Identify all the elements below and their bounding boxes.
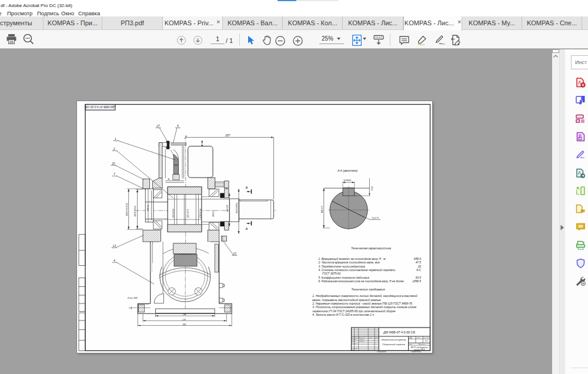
svg-text:Червячный редуктор: Червячный редуктор [381,338,406,341]
svg-text:21: 21 [232,252,236,255]
svg-text:Техническая характеристика: Техническая характеристика [351,247,391,250]
svg-text:1. Вращающий момент на тихоход: 1. Вращающий момент на тихоходном валу, … [318,257,386,261]
svg-text:140: 140 [183,313,186,316]
svg-text:Ø80 H7: Ø80 H7 [226,205,228,212]
svg-text:1. Необработанные поверхности: 1. Необработанные поверхности литых дета… [312,294,417,298]
svg-text:8-С: 8-С [416,269,421,272]
svg-text:178: 178 [182,319,186,321]
svg-text:Сборочный чертёж: Сборочный чертёж [382,343,406,346]
svg-text:Утв.: Утв. [352,349,355,351]
svg-text:Листов 1: Листов 1 [420,343,426,345]
svg-text:А: А [245,227,248,231]
svg-text:5: 5 [177,124,179,128]
svg-text:4: 4 [113,259,115,262]
svg-text:2. Наружные поверхности корпус: 2. Наружные поверхности корпуса - серой … [312,302,412,305]
svg-text:2: 2 [113,147,115,151]
svg-text:Технические требования: Технические требования [351,288,385,291]
svg-text:Петров: Петров [359,340,364,342]
svg-text:4 отв. М20: 4 отв. М20 [128,297,138,299]
svg-text:5. Коэффициент полезного дейст: 5. Коэффициент полезного действия [318,276,369,279]
svg-text:Ø85 h6: Ø85 h6 [147,205,149,211]
svg-text:Дата: Дата [375,337,378,339]
svg-text:207: 207 [225,133,230,137]
svg-text:Лит.: Лит. [409,337,412,339]
svg-text:1:2: 1:2 [425,340,427,342]
svg-text:1: 1 [115,137,116,141]
svg-text:Т.контр.: Т.контр. [352,343,357,345]
svg-text:13: 13 [112,244,116,248]
svg-text:10: 10 [129,307,131,309]
svg-text:20: 20 [417,265,421,268]
svg-text:Ø75 H7/f7: Ø75 H7/f7 [186,209,189,218]
svg-text:Масса: Масса [416,337,421,339]
svg-text:R=2.78: R=2.78 [372,217,378,219]
svg-text:А-А (увеличено): А-А (увеличено) [337,169,358,172]
svg-text:Б: Б [168,178,169,181]
svg-text:Ø80 H7: Ø80 H7 [212,211,215,218]
svg-text:6. Радиальная консольная сила: 6. Радиальная консольная сила на тихоход… [318,280,404,283]
svg-text:герметика УТ-34 ГОСТ 24285-80: герметика УТ-34 ГОСТ 24285-80 при оконча… [312,309,395,313]
svg-text:10: 10 [112,162,115,165]
svg-text:А: А [245,186,248,189]
svg-text:7: 7 [113,172,115,176]
svg-text:4. Залить масло И-Т-С-320 в ко: 4. Залить масло И-Т-С-320 в количестве 2… [312,313,374,316]
svg-text:205: 205 [182,323,186,326]
svg-text:ванне, покрывать маслостойкой: ванне, покрывать маслостойкой красной эм… [312,298,381,302]
svg-text:2. Частота вращения тихоходног: 2. Частота вращения тихоходного вала, ми… [318,261,380,264]
svg-text:3. Плоскость соприкосновения у: 3. Плоскость соприкосновения указанных д… [312,305,416,309]
svg-text:1896.5: 1896.5 [412,280,421,283]
svg-text:Подп.: Подп. [369,337,373,339]
svg-text:ГОСТ 3675-81: ГОСТ 3675-81 [322,273,341,276]
svg-text:ДМ М6Б-07.4.0.00 СБ: ДМ М6Б-07.4.0.00 СБ [383,330,415,334]
svg-text:9 h11: 9 h11 [370,186,373,191]
svg-text:Ø100 H7/h6: Ø100 H7/h6 [236,203,238,214]
svg-text:14 H9/h9: 14 H9/h9 [343,179,351,182]
svg-text:Ø45 H7: Ø45 H7 [320,206,323,214]
svg-text:Масштаб: Масштаб [423,337,430,339]
svg-text:Ø180 H12/h12: Ø180 H12/h12 [125,203,128,216]
svg-text:Ø70 H7/k6: Ø70 H7/k6 [172,209,174,218]
svg-text:ДМ М6Б-07.4.0.00 СБ: ДМ М6Б-07.4.0.00 СБ [85,105,115,109]
svg-text:Формат А1: Формат А1 [411,350,422,353]
svg-text:Ø 90 H7/p6: Ø 90 H7/p6 [199,208,202,218]
svg-text:656.9: 656.9 [413,258,420,261]
svg-text:3. Передаточное число редуктор: 3. Передаточное число редуктора [318,265,365,268]
svg-text:Копировал: Копировал [377,350,386,353]
svg-text:Ø165 H7/p6: Ø165 H7/p6 [134,206,136,217]
svg-text:17: 17 [156,124,160,128]
svg-text:83.9: 83.9 [415,276,421,279]
svg-text:Лист: Лист [409,343,413,345]
svg-text:4. Степень точности изготовлен: 4. Степень точности изготовления червячн… [318,268,395,272]
svg-text:47.5: 47.5 [415,261,421,264]
